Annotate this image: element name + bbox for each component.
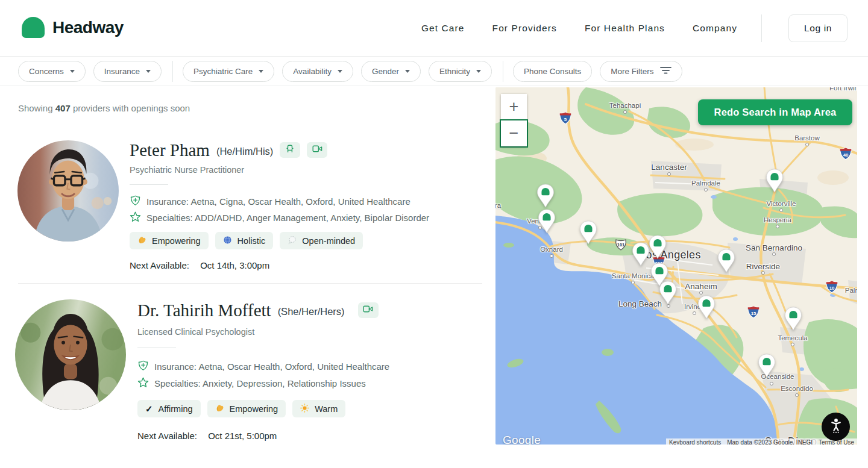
redo-search-button[interactable]: Redo Search in Map Area [698,99,852,125]
provider-map-pin[interactable] [717,249,736,276]
next-available-row: Next Available: Oct 21st, 5:00pm [137,431,277,441]
filter-lines-icon [660,66,671,76]
city-dot [795,393,799,397]
city-dot [699,291,703,295]
trait-badges: ✓ Affirming Empowering [137,400,345,417]
filter-phone-consults[interactable]: Phone Consults [513,61,592,82]
provider-map-pin[interactable] [538,209,556,236]
shield-plus-icon [137,360,149,373]
globe-icon [223,236,232,246]
city-label: Victorville [767,200,796,207]
city-dot [791,343,794,346]
filter-availability[interactable]: Availability [282,61,353,82]
provider-map-pin[interactable] [784,307,803,334]
map-panel[interactable]: TehachapiBarstowFort IrwinLancasterPalmd… [495,87,857,445]
shield-plus-icon [130,195,141,208]
city-label: Barstow [794,134,820,142]
trait-badges: Empowering Holistic Open-minded [130,232,363,249]
city-label: Palm Springs [845,287,857,294]
city-label: Santa Barbara [495,202,501,209]
trait-affirming: ✓ Affirming [137,400,201,417]
city-dot [776,225,779,228]
filter-gender[interactable]: Gender [361,61,421,82]
city-label: Escondido [781,385,813,392]
city-label: Long Beach [618,299,662,308]
svg-text:10: 10 [829,285,835,291]
in-person-badge [280,142,300,158]
filter-divider [172,61,173,82]
trait-open-minded: Open-minded [280,232,363,249]
divider [137,348,176,348]
nav-company[interactable]: Company [693,23,737,34]
headway-logo-text: Headway [52,18,124,37]
interstate-shield-icon: 5 [559,111,572,127]
provider-map-pin[interactable] [536,184,555,211]
login-button[interactable]: Log in [788,14,848,42]
provider-map-pin[interactable] [632,242,650,269]
chevron-down-icon [259,70,263,73]
city-label: Fort Irwin [829,87,857,92]
interstate-shield-icon: 10 [825,280,838,296]
chevron-down-icon [405,70,410,73]
chevron-down-icon [338,70,342,73]
video-badge [307,142,327,158]
keyboard-shortcuts-link[interactable]: Keyboard shortcuts [666,438,724,445]
city-label: Anaheim [685,282,717,291]
zoom-in-button[interactable]: + [501,94,527,120]
city-dot [693,311,696,315]
city-dot [631,281,635,284]
specialties-text: Specialties: Anxiety, Depression, Relati… [154,378,366,388]
city-dot [704,188,708,192]
chevron-down-icon [476,70,481,73]
trait-warm: Warm [292,400,345,417]
city-label: Palmdale [691,179,720,187]
google-logo[interactable]: Google [503,434,541,445]
specialties-row: Specialties: Anxiety, Depression, Relati… [137,377,366,390]
svg-text:15: 15 [751,311,756,316]
city-dot [772,252,776,256]
accessibility-widget-button[interactable] [822,413,850,441]
sun-icon [300,404,309,414]
interstate-shield-icon: 15 [747,305,760,321]
provider-map-pin[interactable] [659,281,678,308]
provider-map-pin[interactable] [649,235,667,262]
city-dot [667,172,671,176]
filter-psychiatric-care[interactable]: Psychiatric Care [183,61,274,82]
zoom-out-button[interactable]: − [501,120,527,146]
map-zoom-controls: + − [501,94,527,146]
video-camera-icon [363,305,373,316]
next-available-row: Next Available: Oct 14th, 3:00pm [130,260,269,270]
city-label: Lancaster [651,163,687,172]
provider-title: Psychiatric Nurse Practitioner [130,165,244,175]
nav-divider [761,14,762,42]
insurance-row: Insurance: Aetna, Oscar Health, Oxford, … [137,360,389,373]
city-dot [623,110,627,114]
chair-icon [285,144,295,156]
provider-map-pin[interactable] [758,354,776,381]
chevron-down-icon [70,70,75,73]
provider-map-pin[interactable] [697,295,716,322]
nav-for-providers[interactable]: For Providers [492,23,557,34]
city-dot [770,382,773,385]
filter-insurance[interactable]: Insurance [93,61,162,82]
chevron-down-icon [146,70,151,73]
provider-name: Peter Pham [130,140,210,160]
nav-for-health-plans[interactable]: For Health Plans [585,23,665,34]
city-dot [805,143,809,146]
headway-logo[interactable]: Headway [22,17,124,38]
filter-concerns[interactable]: Concerns [18,61,86,82]
city-label: Oxnard [540,246,563,253]
filter-ethnicity[interactable]: Ethnicity [429,61,492,82]
top-navigation-bar: Headway Get Care For Providers For Healt… [0,0,868,57]
filter-more-filters[interactable]: More Filters [600,61,682,82]
nav-get-care[interactable]: Get Care [421,23,465,34]
svg-text:5: 5 [564,117,567,122]
provider-map-pin[interactable] [579,220,598,248]
results-count-number: 407 [55,103,71,113]
svg-text:40: 40 [843,152,849,158]
us-route-shield-icon: 101 [614,238,628,254]
provider-pronouns: (He/Him/His) [216,146,273,157]
city-dot [779,208,783,212]
provider-pronouns: (She/Her/Hers) [278,306,345,317]
provider-map-pin[interactable] [766,169,784,196]
